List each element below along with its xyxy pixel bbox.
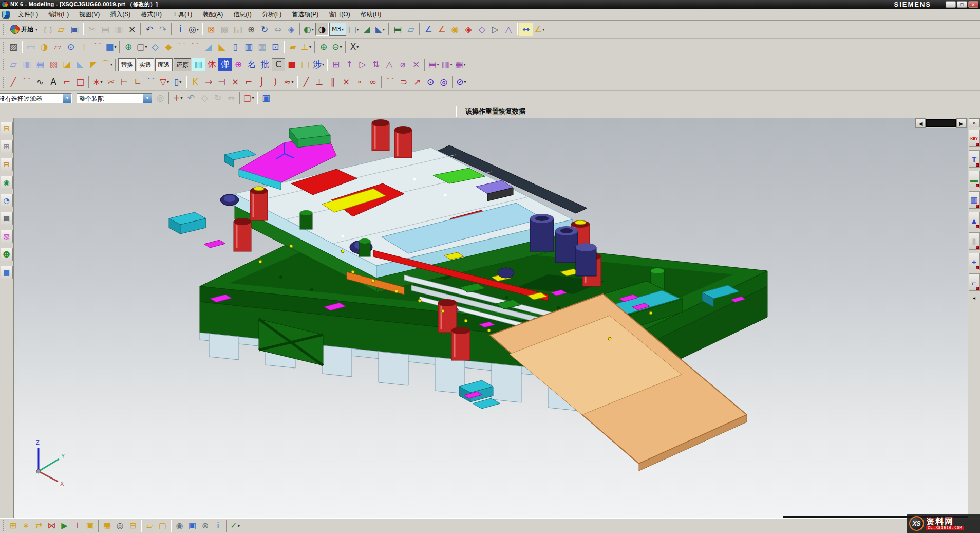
clip-right-button[interactable]: ▶: [956, 118, 966, 128]
snap-intersection-button[interactable]: ×: [229, 76, 242, 89]
product-outline-button[interactable]: ▱: [143, 520, 156, 532]
dropdown-arrow[interactable]: ▾: [322, 62, 324, 67]
wave-geometry-linker-button[interactable]: ▣: [186, 520, 199, 532]
dropdown-arrow[interactable]: ▾: [450, 62, 453, 67]
rotate-selection-button[interactable]: ↻: [211, 91, 224, 105]
dropdown-arrow[interactable]: ▾: [115, 45, 117, 49]
verify-assembly-button[interactable]: ✓▾: [229, 520, 241, 532]
replace-face-button[interactable]: ▷: [356, 58, 369, 71]
delete-face-button[interactable]: △: [383, 58, 396, 71]
shaded-selection-button[interactable]: ◇: [198, 91, 211, 105]
sketch-button[interactable]: ▨: [7, 41, 20, 54]
restore-button[interactable]: □: [957, 1, 967, 8]
clip-left-button[interactable]: ◀: [916, 118, 926, 128]
dropdown-arrow[interactable]: ▾: [437, 62, 439, 67]
menu-window[interactable]: 窗口(O): [324, 9, 355, 20]
resize-blend-button[interactable]: ⌀: [396, 58, 409, 71]
constraint-equal-button[interactable]: ∞: [366, 76, 380, 89]
find-component-button[interactable]: ◎: [114, 520, 126, 532]
wireframe-button[interactable]: □: [298, 58, 312, 71]
system-materials-tab[interactable]: ▤: [1, 212, 13, 225]
rotate-reference-button[interactable]: ◇: [475, 23, 488, 36]
emboss-button[interactable]: ▰: [286, 41, 299, 54]
solid-red-button[interactable]: ■: [285, 58, 298, 71]
face-display-button[interactable]: ▥: [192, 58, 205, 71]
selection-scope-combo[interactable]: 整个装配 ▼: [77, 93, 152, 103]
toolbar-handle[interactable]: [3, 42, 5, 53]
pattern-curve-button[interactable]: ▯▾: [171, 76, 184, 89]
zoom-in-out-button[interactable]: ⊕: [244, 23, 258, 36]
menu-help[interactable]: 帮助(H): [355, 9, 387, 20]
exploded-views-button[interactable]: ▦: [101, 520, 114, 532]
menu-information[interactable]: 信息(I): [228, 9, 256, 20]
palette-cross-fitting-part[interactable]: +: [969, 253, 980, 270]
selection-filter-combo[interactable]: 没有选择过滤器 ▼: [0, 93, 72, 103]
paste-face-button[interactable]: ▦▾: [454, 58, 467, 71]
bore-button[interactable]: ⊡: [269, 41, 282, 54]
close-button[interactable]: ×: [968, 1, 978, 8]
roles-tab[interactable]: ☻: [1, 248, 13, 261]
sequence-button[interactable]: ▢: [156, 520, 169, 532]
ruled-surface-button[interactable]: ▱: [7, 58, 20, 71]
palette-t-slot-part[interactable]: T: [969, 150, 980, 168]
palette-elbow-part[interactable]: ⌐: [969, 273, 980, 291]
offset-emboss-button[interactable]: ⊥▾: [299, 41, 313, 54]
palette-cam-unit-part[interactable]: ▲: [969, 212, 980, 229]
dropdown-arrow[interactable]: ▾: [357, 27, 359, 32]
spring-display-button[interactable]: 弹: [218, 58, 232, 71]
perspective-button[interactable]: ◈: [285, 23, 298, 36]
sketch-fillet-button[interactable]: ⌒: [144, 76, 158, 89]
menu-analysis[interactable]: 分析(L): [257, 9, 287, 20]
copy-face-button[interactable]: ▤▾: [427, 58, 440, 71]
toolbar-handle[interactable]: [3, 77, 5, 88]
paste-button[interactable]: ▥: [112, 23, 125, 36]
toolbar-handle[interactable]: [3, 59, 5, 70]
menu-tools[interactable]: 工具(T): [167, 9, 197, 20]
split-body-button[interactable]: ▦: [255, 41, 269, 54]
palette-punch-part[interactable]: ▮: [969, 232, 980, 250]
measure-distance-button[interactable]: ↔: [519, 23, 533, 36]
constraint-tangent-button[interactable]: ∘: [353, 76, 366, 89]
toolbar-handle[interactable]: [3, 520, 5, 531]
suppress-component-button[interactable]: ▶: [58, 520, 71, 532]
hole-button[interactable]: ⊙: [64, 41, 78, 54]
dropdown-arrow[interactable]: ▾: [145, 45, 147, 49]
copy-display-button[interactable]: C: [272, 58, 285, 71]
layer-visible-in-view-button[interactable]: ▱: [404, 23, 418, 36]
shaded-with-edges-button[interactable]: ◑: [315, 23, 329, 36]
dropdown-arrow[interactable]: ▾: [464, 80, 466, 84]
menu-view[interactable]: 视图(V): [74, 9, 105, 20]
auto-constrain-button[interactable]: →: [202, 76, 215, 89]
menu-format[interactable]: 格式(R): [136, 9, 167, 20]
layer-settings-button[interactable]: ▤: [391, 23, 404, 36]
constraint-parallel-button[interactable]: ∥: [326, 76, 340, 89]
part-navigator-tab[interactable]: ⊟: [1, 158, 13, 171]
view-m3-button[interactable]: M3▾: [329, 23, 346, 36]
menu-preferences[interactable]: 首选项(P): [287, 9, 324, 20]
find-button[interactable]: ◎▾: [187, 23, 200, 36]
viewport-3d-model[interactable]: Z Y X: [14, 118, 967, 518]
palette-die-block-part[interactable]: ▥: [969, 191, 980, 209]
constraint-intersect-button[interactable]: ×: [340, 76, 353, 89]
trim-body-button[interactable]: ◣: [215, 41, 229, 54]
new-component-button[interactable]: ∗: [20, 520, 32, 532]
move-component-button[interactable]: ⇄: [32, 520, 45, 532]
swept-button[interactable]: ▧: [47, 58, 60, 71]
dropdown-arrow[interactable]: ▾: [383, 27, 385, 32]
delete-button[interactable]: ×: [125, 23, 139, 36]
interference-check-button[interactable]: ⊥: [71, 520, 84, 532]
save-button[interactable]: ▣: [68, 23, 81, 36]
orient-view-button[interactable]: ◈: [462, 23, 475, 36]
dropdown-arrow[interactable]: ▾: [167, 80, 169, 84]
pan-view-button[interactable]: ⇔: [271, 23, 285, 36]
find-selection-button[interactable]: ◎: [154, 91, 167, 105]
name-display-button[interactable]: 名: [245, 58, 258, 71]
menu-file[interactable]: 文件(F): [13, 9, 43, 20]
circle-center-button[interactable]: ◎: [437, 76, 450, 89]
menu-edit[interactable]: 编辑(E): [43, 9, 74, 20]
dropdown-arrow[interactable]: ▾: [542, 27, 544, 32]
subtract-button[interactable]: ⊖▾: [330, 41, 344, 54]
offset-region-button[interactable]: ⇅: [369, 58, 383, 71]
cut-face-button[interactable]: ▥▾: [440, 58, 454, 71]
restore-button[interactable]: 还原: [174, 58, 191, 71]
